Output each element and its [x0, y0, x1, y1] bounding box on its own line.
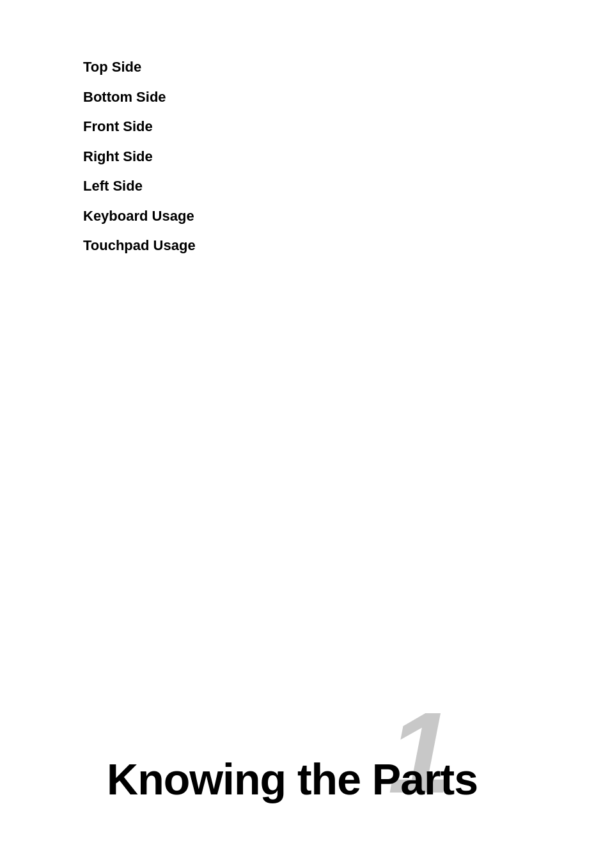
chapter-section: Knowing the Parts 1 — [0, 754, 610, 804]
chapter-wrapper: Knowing the Parts 1 — [107, 754, 478, 804]
nav-item-touchpad-usage[interactable]: Touchpad Usage — [83, 231, 196, 261]
nav-item-right-side[interactable]: Right Side — [83, 142, 196, 172]
nav-item-top-side[interactable]: Top Side — [83, 52, 196, 83]
nav-item-front-side[interactable]: Front Side — [83, 112, 196, 142]
chapter-title: Knowing the Parts — [107, 754, 478, 804]
nav-item-left-side[interactable]: Left Side — [83, 171, 196, 201]
nav-list: Top Side Bottom Side Front Side Right Si… — [83, 52, 196, 261]
page-content: Top Side Bottom Side Front Side Right Si… — [0, 0, 610, 868]
nav-item-bottom-side[interactable]: Bottom Side — [83, 83, 196, 113]
nav-item-keyboard-usage[interactable]: Keyboard Usage — [83, 201, 196, 232]
